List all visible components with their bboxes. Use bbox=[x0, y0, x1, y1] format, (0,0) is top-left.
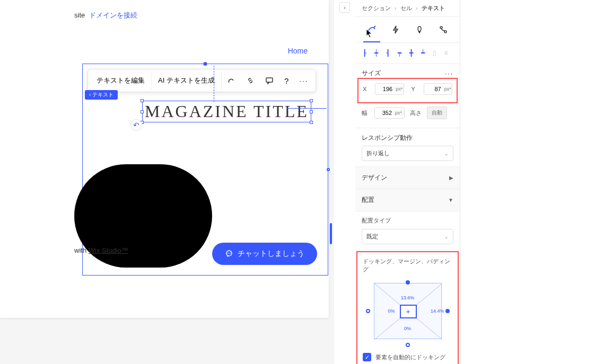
dock-center-button[interactable]: + bbox=[400, 305, 417, 318]
dock-handle-top[interactable] bbox=[406, 280, 410, 285]
size-section-label: サイズ bbox=[362, 69, 381, 78]
dock-bottom-value[interactable]: 0% bbox=[404, 326, 411, 331]
position-type-dropdown[interactable]: 既定⌄ bbox=[362, 229, 453, 244]
magazine-title-text[interactable]: MAGAZINE TITLE bbox=[145, 102, 309, 121]
dock-handle-bottom[interactable] bbox=[406, 343, 410, 347]
chat-icon bbox=[225, 250, 233, 258]
design-section-toggle[interactable]: デザイン▶ bbox=[355, 167, 460, 189]
svg-point-3 bbox=[229, 253, 230, 254]
align-bottom-icon[interactable]: ┷ bbox=[418, 48, 427, 58]
breadcrumb: セクション › セル › テキスト bbox=[355, 0, 460, 17]
resize-handle[interactable] bbox=[310, 99, 313, 102]
svg-line-7 bbox=[374, 283, 400, 305]
svg-point-5 bbox=[440, 26, 442, 29]
size-more-icon[interactable]: ··· bbox=[445, 70, 453, 77]
svg-rect-0 bbox=[266, 78, 273, 82]
comment-icon[interactable] bbox=[260, 72, 279, 89]
dock-handle-left[interactable] bbox=[366, 309, 370, 313]
resize-handle[interactable] bbox=[310, 121, 313, 124]
panel-collapse-button[interactable]: › bbox=[339, 2, 350, 13]
breadcrumb-section[interactable]: セクション bbox=[362, 5, 391, 11]
svg-line-10 bbox=[417, 318, 442, 340]
dock-right-value[interactable]: 14.4% bbox=[431, 308, 444, 314]
svg-line-9 bbox=[374, 318, 400, 340]
align-middle-icon[interactable]: ╋ bbox=[406, 48, 416, 58]
width-label: 幅 bbox=[362, 109, 371, 117]
svg-line-8 bbox=[417, 283, 442, 305]
auto-dock-checkbox[interactable]: ✓ bbox=[363, 353, 371, 361]
tab-accessibility-icon[interactable] bbox=[413, 23, 426, 36]
responsive-label: レスポンシブ動作 bbox=[362, 134, 413, 143]
dock-handle-right[interactable] bbox=[445, 309, 450, 313]
distribute-v-icon[interactable]: ≡ bbox=[441, 48, 451, 58]
ai-generate-text-button[interactable]: AI テキストを生成 bbox=[152, 72, 222, 90]
floating-toolbar: テキストを編集 AI テキストを生成 ? ··· bbox=[88, 69, 316, 92]
resize-handle-top[interactable] bbox=[204, 62, 207, 66]
resize-handle-right[interactable] bbox=[327, 168, 330, 171]
tab-code-icon[interactable] bbox=[437, 23, 450, 36]
more-icon[interactable]: ··· bbox=[294, 73, 313, 89]
nav-home-link[interactable]: Home bbox=[288, 47, 308, 55]
horizontal-guide bbox=[286, 108, 327, 109]
scrollbar[interactable] bbox=[330, 223, 332, 244]
distribute-h-icon[interactable]: ▯ bbox=[430, 48, 439, 58]
connect-domain-link[interactable]: ドメインを接続 bbox=[89, 11, 137, 19]
height-auto-badge[interactable]: 自動 bbox=[427, 106, 447, 119]
undo-icon[interactable]: ↶ bbox=[130, 119, 142, 131]
align-left-icon[interactable]: ┠ bbox=[360, 48, 369, 58]
dock-left-value[interactable]: 0% bbox=[388, 308, 395, 314]
chat-button[interactable]: チャットしましょう bbox=[212, 243, 317, 265]
responsive-dropdown[interactable]: 折り返し⌄ bbox=[362, 146, 453, 161]
svg-point-2 bbox=[228, 253, 229, 254]
resize-handle[interactable] bbox=[141, 110, 144, 113]
footer-credit: with Wix Studio™ bbox=[74, 246, 128, 254]
y-label: Y bbox=[412, 86, 421, 92]
position-type-label: 配置タイプ bbox=[362, 217, 453, 225]
svg-point-4 bbox=[230, 253, 231, 254]
height-label: 高さ bbox=[410, 109, 424, 117]
align-top-icon[interactable]: ┯ bbox=[395, 48, 404, 58]
element-type-tag[interactable]: テキスト bbox=[85, 90, 118, 100]
editor-canvas[interactable]: site ドメインを接続 Home テキストを編集 AI テキストを生成 ? ·… bbox=[0, 0, 329, 318]
width-input[interactable]: px* bbox=[374, 107, 405, 119]
wix-studio-link[interactable]: Wix Studio™ bbox=[89, 246, 128, 254]
docking-label: ドッキング、マージン、パディング bbox=[363, 258, 452, 273]
site-label: site bbox=[74, 11, 85, 19]
auto-dock-label: 要素を自動的にドッキング bbox=[375, 353, 445, 361]
docking-diagram[interactable]: + 13.6% 14.4% 0% 0% bbox=[365, 279, 450, 348]
resize-handle[interactable] bbox=[310, 110, 313, 113]
y-input[interactable]: px* bbox=[424, 83, 452, 95]
help-icon[interactable]: ? bbox=[279, 72, 294, 90]
resize-handle[interactable] bbox=[141, 99, 144, 102]
position-section-toggle[interactable]: 配置▼ bbox=[355, 189, 460, 211]
edit-text-button[interactable]: テキストを編集 bbox=[90, 72, 152, 90]
align-right-icon[interactable]: ┨ bbox=[383, 48, 392, 58]
tab-interactions-icon[interactable] bbox=[389, 23, 402, 36]
vertical-guide bbox=[214, 66, 214, 102]
inspector-panel: セクション › セル › テキスト ┠ ┿ ┨ ┯ ╋ ┷ ▯ ≡ サイズ ··… bbox=[355, 0, 460, 364]
x-input[interactable]: px* bbox=[375, 83, 404, 95]
align-center-h-icon[interactable]: ┿ bbox=[371, 48, 381, 58]
dock-top-value[interactable]: 13.6% bbox=[401, 295, 415, 300]
animation-icon[interactable] bbox=[222, 72, 241, 89]
x-label: X bbox=[363, 86, 372, 92]
text-element-selected[interactable]: MAGAZINE TITLE bbox=[142, 101, 311, 122]
tab-style-icon[interactable] bbox=[365, 23, 378, 36]
breadcrumb-text: テキスト bbox=[422, 5, 445, 11]
breadcrumb-cell[interactable]: セル bbox=[400, 5, 412, 11]
link-icon[interactable] bbox=[241, 72, 260, 89]
